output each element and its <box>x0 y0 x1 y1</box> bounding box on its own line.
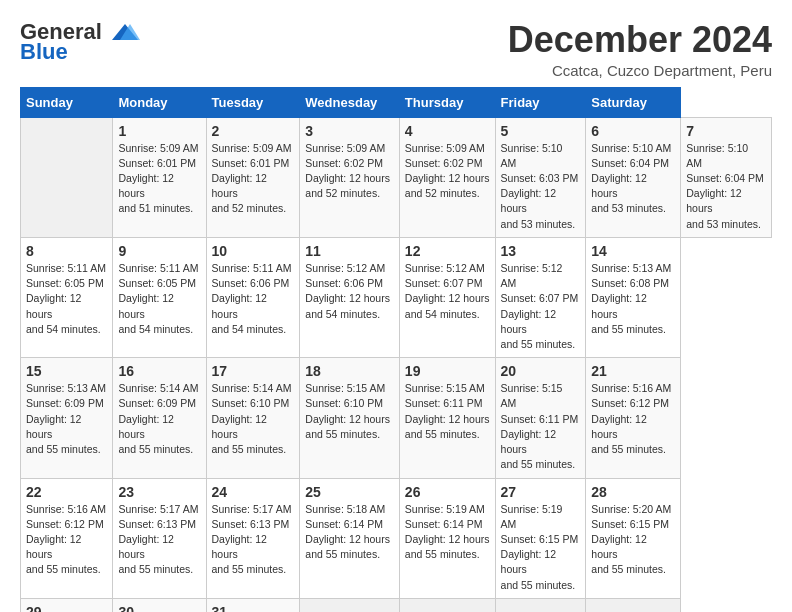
day-info: Sunrise: 5:14 AMSunset: 6:09 PMDaylight:… <box>118 382 198 455</box>
day-info: Sunrise: 5:17 AMSunset: 6:13 PMDaylight:… <box>212 503 292 576</box>
table-row <box>300 598 400 612</box>
day-info: Sunrise: 5:13 AMSunset: 6:08 PMDaylight:… <box>591 262 671 335</box>
day-info: Sunrise: 5:10 AMSunset: 6:04 PMDaylight:… <box>591 142 671 215</box>
day-info: Sunrise: 5:09 AMSunset: 6:02 PMDaylight:… <box>405 142 490 200</box>
calendar-header: Sunday Monday Tuesday Wednesday Thursday… <box>21 87 772 117</box>
day-number: 6 <box>591 123 675 139</box>
table-row: 19Sunrise: 5:15 AMSunset: 6:11 PMDayligh… <box>399 358 495 478</box>
day-info: Sunrise: 5:17 AMSunset: 6:13 PMDaylight:… <box>118 503 198 576</box>
table-row <box>399 598 495 612</box>
day-info: Sunrise: 5:11 AMSunset: 6:05 PMDaylight:… <box>26 262 106 335</box>
table-row: 20Sunrise: 5:15 AMSunset: 6:11 PMDayligh… <box>495 358 586 478</box>
day-number: 22 <box>26 484 107 500</box>
day-number: 7 <box>686 123 766 139</box>
day-info: Sunrise: 5:10 AMSunset: 6:03 PMDaylight:… <box>501 142 579 230</box>
table-row: 14Sunrise: 5:13 AMSunset: 6:08 PMDayligh… <box>586 237 681 357</box>
table-row: 23Sunrise: 5:17 AMSunset: 6:13 PMDayligh… <box>113 478 206 598</box>
table-row: 13Sunrise: 5:12 AMSunset: 6:07 PMDayligh… <box>495 237 586 357</box>
day-number: 24 <box>212 484 295 500</box>
table-row: 27Sunrise: 5:19 AMSunset: 6:15 PMDayligh… <box>495 478 586 598</box>
header: General Blue December 2024 Ccatca, Cuzco… <box>20 20 772 79</box>
day-info: Sunrise: 5:19 AMSunset: 6:14 PMDaylight:… <box>405 503 490 561</box>
day-number: 15 <box>26 363 107 379</box>
day-info: Sunrise: 5:18 AMSunset: 6:14 PMDaylight:… <box>305 503 390 561</box>
day-number: 20 <box>501 363 581 379</box>
table-row: 5Sunrise: 5:10 AMSunset: 6:03 PMDaylight… <box>495 117 586 237</box>
table-row: 3Sunrise: 5:09 AMSunset: 6:02 PMDaylight… <box>300 117 400 237</box>
day-number: 1 <box>118 123 200 139</box>
table-row: 1Sunrise: 5:09 AMSunset: 6:01 PMDaylight… <box>113 117 206 237</box>
location: Ccatca, Cuzco Department, Peru <box>508 62 772 79</box>
header-saturday: Saturday <box>586 87 681 117</box>
table-row: 8Sunrise: 5:11 AMSunset: 6:05 PMDaylight… <box>21 237 113 357</box>
header-sunday: Sunday <box>21 87 113 117</box>
day-number: 30 <box>118 604 200 612</box>
day-info: Sunrise: 5:13 AMSunset: 6:09 PMDaylight:… <box>26 382 106 455</box>
day-number: 4 <box>405 123 490 139</box>
day-number: 9 <box>118 243 200 259</box>
day-info: Sunrise: 5:20 AMSunset: 6:15 PMDaylight:… <box>591 503 671 576</box>
day-number: 19 <box>405 363 490 379</box>
table-row: 12Sunrise: 5:12 AMSunset: 6:07 PMDayligh… <box>399 237 495 357</box>
table-row <box>586 598 681 612</box>
day-number: 2 <box>212 123 295 139</box>
table-row: 6Sunrise: 5:10 AMSunset: 6:04 PMDaylight… <box>586 117 681 237</box>
day-number: 17 <box>212 363 295 379</box>
logo: General Blue <box>20 20 142 64</box>
day-info: Sunrise: 5:12 AMSunset: 6:06 PMDaylight:… <box>305 262 390 320</box>
table-row: 24Sunrise: 5:17 AMSunset: 6:13 PMDayligh… <box>206 478 300 598</box>
day-info: Sunrise: 5:12 AMSunset: 6:07 PMDaylight:… <box>405 262 490 320</box>
table-row: 11Sunrise: 5:12 AMSunset: 6:06 PMDayligh… <box>300 237 400 357</box>
day-number: 27 <box>501 484 581 500</box>
day-number: 11 <box>305 243 394 259</box>
day-info: Sunrise: 5:09 AMSunset: 6:01 PMDaylight:… <box>212 142 292 215</box>
table-row: 15Sunrise: 5:13 AMSunset: 6:09 PMDayligh… <box>21 358 113 478</box>
table-row: 31Sunrise: 5:21 AMSunset: 6:16 PMDayligh… <box>206 598 300 612</box>
day-number: 5 <box>501 123 581 139</box>
day-number: 18 <box>305 363 394 379</box>
header-thursday: Thursday <box>399 87 495 117</box>
day-info: Sunrise: 5:11 AMSunset: 6:05 PMDaylight:… <box>118 262 198 335</box>
day-info: Sunrise: 5:09 AMSunset: 6:02 PMDaylight:… <box>305 142 390 200</box>
table-row: 7Sunrise: 5:10 AMSunset: 6:04 PMDaylight… <box>681 117 772 237</box>
day-number: 31 <box>212 604 295 612</box>
day-info: Sunrise: 5:16 AMSunset: 6:12 PMDaylight:… <box>26 503 106 576</box>
calendar-body: 1Sunrise: 5:09 AMSunset: 6:01 PMDaylight… <box>21 117 772 612</box>
table-row: 26Sunrise: 5:19 AMSunset: 6:14 PMDayligh… <box>399 478 495 598</box>
table-row: 30Sunrise: 5:21 AMSunset: 6:16 PMDayligh… <box>113 598 206 612</box>
day-info: Sunrise: 5:09 AMSunset: 6:01 PMDaylight:… <box>118 142 198 215</box>
table-row: 4Sunrise: 5:09 AMSunset: 6:02 PMDaylight… <box>399 117 495 237</box>
day-number: 23 <box>118 484 200 500</box>
table-row: 28Sunrise: 5:20 AMSunset: 6:15 PMDayligh… <box>586 478 681 598</box>
day-info: Sunrise: 5:14 AMSunset: 6:10 PMDaylight:… <box>212 382 292 455</box>
empty-cell <box>21 117 113 237</box>
day-info: Sunrise: 5:10 AMSunset: 6:04 PMDaylight:… <box>686 142 764 230</box>
day-info: Sunrise: 5:16 AMSunset: 6:12 PMDaylight:… <box>591 382 671 455</box>
title-area: December 2024 Ccatca, Cuzco Department, … <box>508 20 772 79</box>
day-number: 14 <box>591 243 675 259</box>
day-info: Sunrise: 5:15 AMSunset: 6:11 PMDaylight:… <box>501 382 579 470</box>
day-number: 29 <box>26 604 107 612</box>
table-row: 21Sunrise: 5:16 AMSunset: 6:12 PMDayligh… <box>586 358 681 478</box>
table-row: 18Sunrise: 5:15 AMSunset: 6:10 PMDayligh… <box>300 358 400 478</box>
table-row: 2Sunrise: 5:09 AMSunset: 6:01 PMDaylight… <box>206 117 300 237</box>
header-friday: Friday <box>495 87 586 117</box>
month-title: December 2024 <box>508 20 772 60</box>
day-info: Sunrise: 5:15 AMSunset: 6:11 PMDaylight:… <box>405 382 490 440</box>
header-tuesday: Tuesday <box>206 87 300 117</box>
day-number: 16 <box>118 363 200 379</box>
table-row: 9Sunrise: 5:11 AMSunset: 6:05 PMDaylight… <box>113 237 206 357</box>
table-row: 10Sunrise: 5:11 AMSunset: 6:06 PMDayligh… <box>206 237 300 357</box>
table-row: 17Sunrise: 5:14 AMSunset: 6:10 PMDayligh… <box>206 358 300 478</box>
day-info: Sunrise: 5:19 AMSunset: 6:15 PMDaylight:… <box>501 503 579 591</box>
day-info: Sunrise: 5:15 AMSunset: 6:10 PMDaylight:… <box>305 382 390 440</box>
day-number: 10 <box>212 243 295 259</box>
logo-icon <box>110 22 140 44</box>
header-wednesday: Wednesday <box>300 87 400 117</box>
day-number: 8 <box>26 243 107 259</box>
header-monday: Monday <box>113 87 206 117</box>
day-number: 3 <box>305 123 394 139</box>
table-row: 16Sunrise: 5:14 AMSunset: 6:09 PMDayligh… <box>113 358 206 478</box>
table-row <box>495 598 586 612</box>
day-info: Sunrise: 5:11 AMSunset: 6:06 PMDaylight:… <box>212 262 292 335</box>
